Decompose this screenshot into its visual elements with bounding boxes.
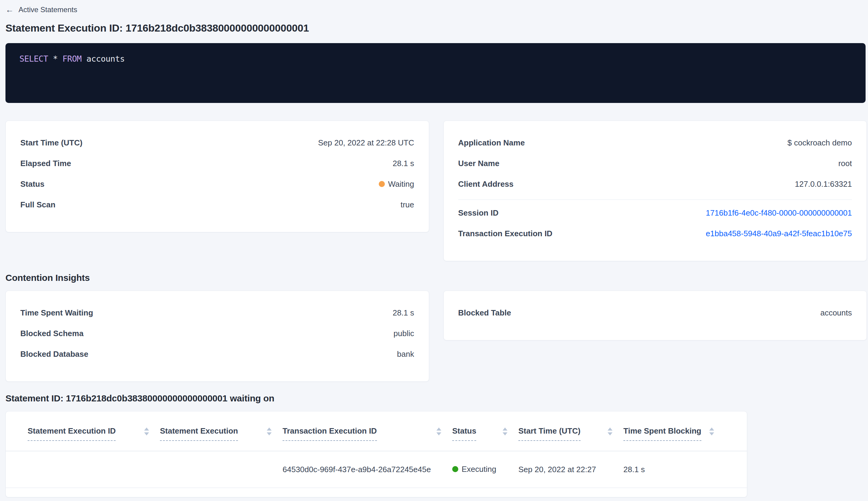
column-header-label: Statement Execution ID	[28, 426, 116, 441]
status-dot-executing	[452, 466, 458, 472]
column-header-label: Status	[452, 426, 476, 441]
detail-value: 28.1 s	[393, 159, 414, 168]
sort-up-icon	[608, 427, 612, 430]
card-divider	[458, 200, 852, 200]
detail-label: Full Scan	[20, 200, 56, 210]
table-row: 64530d0c-969f-437e-a9b4-26a72245e45e Exe…	[6, 451, 747, 488]
column-header-label: Statement Execution	[160, 426, 238, 441]
sql-star: *	[53, 54, 58, 63]
detail-row-transaction-execution-id: Transaction Execution ID e1bba458-5948-4…	[458, 228, 852, 239]
sort-up-icon	[709, 427, 714, 430]
detail-label: Application Name	[458, 138, 525, 148]
contention-waiting-card: Time Spent Waiting 28.1 s Blocked Schema…	[6, 290, 429, 382]
detail-value: 127.0.0.1:63321	[795, 180, 852, 189]
column-header-time-spent-blocking[interactable]: Time Spent Blocking	[623, 426, 725, 451]
cell-transaction-execution-id: 64530d0c-969f-437e-a9b4-26a72245e45e	[283, 465, 452, 474]
column-header-transaction-execution-id[interactable]: Transaction Execution ID	[283, 426, 452, 451]
detail-label: Blocked Database	[20, 350, 88, 359]
cell-time-spent-blocking: 28.1 s	[623, 465, 725, 474]
sort-up-icon	[502, 427, 508, 430]
session-id-link[interactable]: 1716b1f6-4e0c-f480-0000-000000000001	[706, 208, 852, 218]
back-link-label: Active Statements	[19, 6, 77, 14]
detail-row-client-address: Client Address 127.0.0.1:63321	[458, 179, 852, 189]
statement-execution-details-page: ← Active Statements Statement Execution …	[0, 0, 868, 497]
transaction-execution-id-link[interactable]: e1bba458-5948-40a9-a42f-5feac1b10e75	[706, 229, 852, 238]
page-title: Statement Execution ID: 1716b218dc0b3838…	[6, 22, 867, 34]
status-text: Waiting	[388, 180, 414, 189]
column-header-label: Transaction Execution ID	[283, 426, 377, 441]
column-header-start-time[interactable]: Start Time (UTC)	[518, 426, 623, 451]
detail-label: Blocked Schema	[20, 329, 84, 338]
details-cards-row: Start Time (UTC) Sep 20, 2022 at 22:28 U…	[6, 120, 867, 261]
table-header-row: Statement Execution ID Statement Executi…	[6, 412, 747, 451]
sql-statement-box: SELECT * FROM accounts	[6, 43, 866, 103]
detail-row-application-name: Application Name $ cockroach demo	[458, 138, 852, 148]
detail-row-status: Status Waiting	[20, 179, 414, 189]
sort-up-icon	[436, 427, 441, 430]
detail-label: Status	[20, 180, 44, 189]
detail-row-blocked-database: Blocked Database bank	[20, 349, 414, 359]
detail-row-user-name: User Name root	[458, 158, 852, 169]
detail-row-session-id: Session ID 1716b1f6-4e0c-f480-0000-00000…	[458, 208, 852, 218]
column-header-statement-execution-id[interactable]: Statement Execution ID	[28, 426, 160, 451]
sort-icon[interactable]	[502, 427, 508, 435]
detail-value: Sep 20, 2022 at 22:28 UTC	[318, 138, 414, 148]
detail-row-blocked-table: Blocked Table accounts	[458, 308, 852, 318]
detail-label: Transaction Execution ID	[458, 229, 553, 238]
detail-label: Elapsed Time	[20, 159, 71, 168]
cell-start-time: Sep 20, 2022 at 22:27	[518, 465, 623, 474]
sql-statement: SELECT * FROM accounts	[19, 54, 125, 63]
detail-label: Client Address	[458, 180, 514, 189]
detail-value: true	[401, 200, 414, 210]
session-details-card: Application Name $ cockroach demo User N…	[443, 120, 867, 261]
sort-up-icon	[144, 427, 149, 430]
cell-status: Executing	[452, 465, 518, 475]
sort-up-icon	[267, 427, 272, 430]
detail-label: Time Spent Waiting	[20, 308, 93, 318]
detail-value: $ cockroach demo	[788, 138, 852, 148]
detail-row-full-scan: Full Scan true	[20, 200, 414, 210]
back-link[interactable]: ← Active Statements	[6, 6, 77, 14]
sort-down-icon	[608, 433, 612, 435]
sort-icon[interactable]	[267, 427, 272, 435]
detail-value: 28.1 s	[393, 308, 414, 318]
status-text: Executing	[462, 465, 496, 474]
detail-label: Start Time (UTC)	[20, 138, 83, 148]
back-arrow-icon: ←	[6, 6, 14, 13]
detail-row-time-spent-waiting: Time Spent Waiting 28.1 s	[20, 308, 414, 318]
status-badge: Waiting	[379, 180, 414, 189]
sql-table-name: accounts	[87, 54, 125, 63]
detail-label: Session ID	[458, 208, 499, 218]
sort-down-icon	[144, 433, 149, 435]
waiting-statements-table: Statement Execution ID Statement Executi…	[6, 411, 747, 497]
status-badge: Executing	[452, 465, 496, 474]
column-header-label: Start Time (UTC)	[518, 426, 581, 441]
sort-down-icon	[267, 433, 272, 435]
detail-value: public	[394, 329, 414, 338]
sort-down-icon	[436, 433, 441, 435]
status-dot-waiting	[379, 181, 385, 187]
sql-keyword-select: SELECT	[19, 54, 48, 63]
detail-value: bank	[397, 350, 414, 359]
detail-label: Blocked Table	[458, 308, 511, 318]
table-bottom-spacer	[6, 488, 747, 497]
blocked-table-card: Blocked Table accounts	[443, 290, 867, 340]
detail-value: accounts	[820, 308, 852, 318]
column-header-status[interactable]: Status	[452, 426, 518, 451]
sql-keyword-from: FROM	[63, 54, 82, 63]
detail-row-elapsed-time: Elapsed Time 28.1 s	[20, 158, 414, 169]
sort-icon[interactable]	[709, 427, 714, 435]
detail-row-blocked-schema: Blocked Schema public	[20, 328, 414, 339]
sort-icon[interactable]	[144, 427, 149, 435]
detail-row-start-time: Start Time (UTC) Sep 20, 2022 at 22:28 U…	[20, 138, 414, 148]
sort-down-icon	[502, 433, 508, 435]
column-header-statement-execution[interactable]: Statement Execution	[160, 426, 283, 451]
detail-label: User Name	[458, 159, 500, 168]
sort-icon[interactable]	[608, 427, 612, 435]
contention-insights-heading: Contention Insights	[6, 273, 867, 283]
waiting-on-heading: Statement ID: 1716b218dc0b38380000000000…	[6, 393, 867, 404]
execution-details-card: Start Time (UTC) Sep 20, 2022 at 22:28 U…	[6, 120, 429, 232]
sort-icon[interactable]	[436, 427, 441, 435]
contention-cards-row: Time Spent Waiting 28.1 s Blocked Schema…	[6, 290, 867, 382]
sort-down-icon	[709, 433, 714, 435]
